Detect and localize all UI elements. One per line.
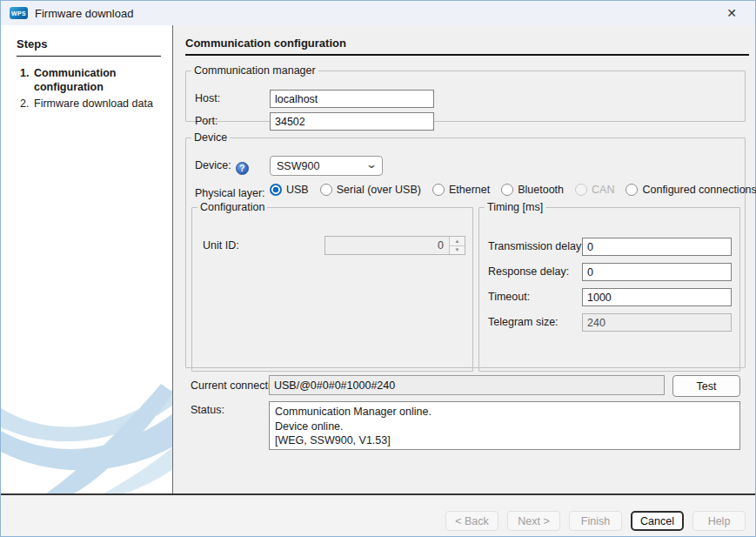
- radio-can: CAN: [575, 184, 614, 196]
- physical-layer-label: Physical layer:: [195, 187, 265, 199]
- steps-list: 1. Communication configuration 2. Firmwa…: [1, 67, 172, 111]
- radio-configured-connections[interactable]: Configured connections: [626, 184, 756, 196]
- wps-app-icon: WPS: [10, 7, 28, 19]
- radio-label: USB: [286, 184, 309, 196]
- close-icon[interactable]: ✕: [719, 1, 745, 25]
- window-title: Firmware download: [35, 7, 133, 20]
- host-input[interactable]: localhost: [270, 90, 434, 108]
- current-connection-field: USB/@0#0#0#1000#240: [269, 375, 665, 395]
- communication-manager-legend: Communication manager: [191, 64, 318, 77]
- steps-sidebar: Steps 1. Communication configuration 2. …: [1, 25, 173, 493]
- title-bar: WPS Firmware download ✕: [1, 1, 755, 25]
- status-label: Status:: [191, 404, 224, 416]
- timeout-label: Timeout:: [488, 291, 530, 303]
- telegram-size-label: Telegram size:: [488, 316, 559, 328]
- radio-unselected-icon: [501, 184, 513, 196]
- step-label: Communication configuration: [34, 67, 156, 94]
- spin-down-icon: ▼: [450, 246, 465, 255]
- status-line: Device online.: [275, 420, 734, 434]
- device-legend: Device: [191, 131, 230, 144]
- physical-layer-options: USB Serial (over USB) Ethernet Bluetooth…: [270, 184, 756, 196]
- radio-bluetooth[interactable]: Bluetooth: [501, 184, 564, 196]
- step-number: 1.: [20, 67, 34, 94]
- radio-serial-over-usb[interactable]: Serial (over USB): [320, 184, 421, 196]
- firmware-download-dialog: WPS Firmware download ✕ Steps 1. Communi…: [0, 0, 756, 537]
- finish-button: Finish: [569, 511, 622, 531]
- unit-id-label: Unit ID:: [203, 239, 239, 252]
- status-textarea[interactable]: Communication Manager online. Device onl…: [269, 401, 740, 450]
- test-button[interactable]: Test: [672, 375, 740, 397]
- timeout-input[interactable]: 1000: [582, 288, 732, 306]
- steps-heading: Steps: [17, 37, 161, 57]
- device-select[interactable]: SSW900 ⌄: [270, 156, 383, 176]
- transmission-delay-label: Transmission delay:: [488, 240, 585, 252]
- response-delay-input[interactable]: 0: [582, 263, 732, 281]
- step-label: Firmware download data: [34, 97, 156, 111]
- timing-legend: Timing [ms]: [485, 201, 545, 213]
- radio-unselected-icon: [320, 184, 332, 196]
- help-button: Help: [692, 511, 746, 531]
- configuration-legend: Configuration: [197, 201, 267, 213]
- chevron-down-icon: ⌄: [365, 158, 378, 171]
- unit-id-stepper: 0 ▲ ▼: [324, 236, 465, 255]
- page-title: Communication configuration: [185, 37, 749, 56]
- radio-usb[interactable]: USB: [270, 184, 309, 196]
- spin-up-icon: ▲: [450, 237, 465, 246]
- timing-group: Timing [ms] Transmission delay: 0 Respon…: [478, 201, 740, 372]
- radio-label: CAN: [592, 184, 614, 196]
- telegram-size-field: 240: [582, 313, 732, 332]
- radio-unselected-icon: [432, 184, 445, 196]
- radio-label: Configured connections: [642, 184, 756, 196]
- device-label-text: Device:: [195, 159, 231, 171]
- response-delay-label: Response delay:: [488, 265, 569, 278]
- radio-selected-icon: [270, 184, 282, 196]
- port-input[interactable]: 34502: [270, 112, 434, 131]
- next-button: Next >: [507, 511, 560, 531]
- cancel-button[interactable]: Cancel: [631, 511, 684, 531]
- radio-label: Serial (over USB): [337, 184, 421, 196]
- weg-swoosh-decoration: [1, 363, 173, 493]
- device-label: Device:?: [195, 159, 249, 175]
- radio-label: Ethernet: [449, 184, 490, 196]
- step-number: 2.: [20, 97, 34, 111]
- radio-unselected-icon: [626, 184, 638, 196]
- status-line: [WEG, SSW900, V1.53]: [275, 433, 734, 448]
- help-icon[interactable]: ?: [236, 162, 249, 175]
- unit-id-value: 0: [325, 237, 449, 254]
- communication-manager-group: Communication manager Host: localhost Po…: [185, 64, 746, 122]
- device-select-value: SSW900: [277, 160, 319, 172]
- step-item-firmware-download-data: 2. Firmware download data: [1, 97, 172, 111]
- configuration-group: Configuration Unit ID: 0 ▲ ▼: [191, 201, 473, 372]
- step-item-communication-configuration: 1. Communication configuration: [1, 67, 172, 94]
- wizard-button-bar: < Back Next > Finish Cancel Help: [1, 493, 755, 536]
- back-button: < Back: [445, 511, 498, 531]
- device-group: Device Device:? SSW900 ⌄ Physical layer:…: [185, 131, 746, 368]
- host-label: Host:: [195, 92, 220, 104]
- transmission-delay-input[interactable]: 0: [582, 238, 732, 256]
- status-line: Communication Manager online.: [275, 405, 734, 420]
- radio-ethernet[interactable]: Ethernet: [432, 184, 490, 196]
- port-label: Port:: [195, 115, 217, 127]
- spin-buttons: ▲ ▼: [449, 237, 465, 254]
- radio-label: Bluetooth: [518, 184, 564, 196]
- communication-configuration-panel: Communication configuration Communicatio…: [174, 25, 755, 493]
- radio-disabled-icon: [575, 184, 587, 196]
